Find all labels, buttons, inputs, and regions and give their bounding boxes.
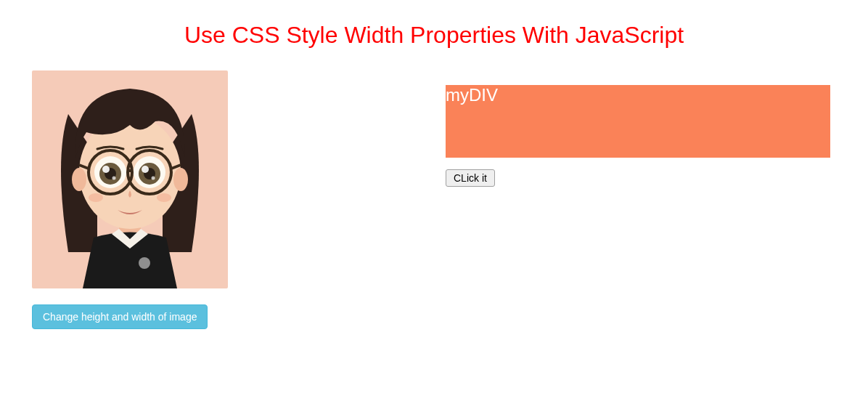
svg-point-17 [142, 166, 149, 173]
svg-point-19 [152, 177, 155, 180]
click-it-button[interactable]: CLick it [446, 169, 495, 187]
svg-point-3 [72, 168, 86, 191]
page-title: Use CSS Style Width Properties With Java… [32, 22, 836, 49]
svg-point-4 [173, 168, 188, 191]
avatar-image [32, 70, 228, 288]
svg-point-16 [102, 166, 110, 173]
svg-point-20 [89, 193, 103, 202]
svg-point-22 [139, 257, 150, 269]
mydiv-box: myDIV [446, 85, 830, 158]
svg-point-21 [157, 193, 171, 202]
svg-point-18 [112, 177, 116, 180]
change-size-button[interactable]: Change height and width of image [32, 304, 208, 329]
